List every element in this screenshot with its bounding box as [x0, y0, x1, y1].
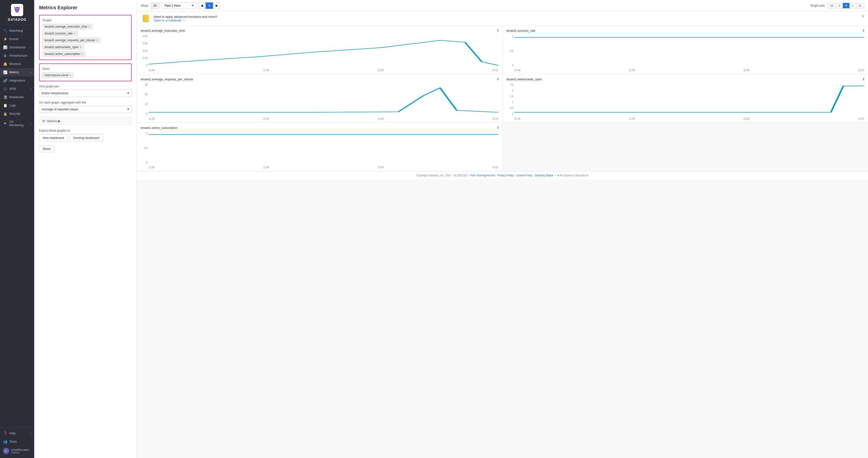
apm-icon: ⬡: [3, 87, 7, 91]
sidebar-item-team[interactable]: 👥 Team: [0, 437, 34, 446]
svg-point-3: [18, 8, 19, 9]
chart-export-icon[interactable]: ⬆: [862, 77, 865, 81]
chart-export-icon[interactable]: ⬆: [497, 77, 499, 81]
chart-avg-exec-time: tenant1.average_execution_time ⬆ 0.08 0.…: [137, 26, 502, 74]
new-dashboard-button[interactable]: New dashboard: [39, 134, 68, 141]
sidebar-item-integrations[interactable]: 🔗 Integrations: [0, 76, 34, 85]
sidebar-item-monitors[interactable]: 🔔 Monitors: [0, 60, 34, 68]
chart-plot: [514, 84, 864, 115]
logo-text: DATADOG: [8, 18, 26, 22]
chart-y-labels: 1 0.5 0: [506, 35, 514, 67]
chart-websockets-open: tenant1.websockets_open ⬆ 2.5 2 1.5 1 0.…: [503, 74, 868, 123]
sidebar-item-metrics[interactable]: 📈 Metrics ›: [0, 68, 34, 76]
tag-remove-icon[interactable]: ✕: [69, 74, 71, 77]
tag-remove-icon[interactable]: ✕: [81, 53, 83, 56]
tag-remove-icon[interactable]: ✕: [96, 39, 98, 42]
tag-avg-req-per-min[interactable]: tenant1.average_requests_per_minute ✕: [42, 38, 100, 43]
events-icon: ⚡: [3, 37, 7, 41]
free-trial-link[interactable]: Free-Trial Agreement: [470, 174, 495, 177]
status-text: All Systems Operational: [560, 174, 588, 177]
page-title: Metrics Explorer: [39, 5, 132, 10]
banner-close-button[interactable]: ✕: [861, 14, 865, 19]
tag-success-rate[interactable]: tenant1.success_rate ✕: [42, 31, 78, 36]
size-xs-button[interactable]: XS: [828, 3, 836, 8]
dashboards-icon: 📊: [3, 45, 7, 49]
chart-plot: [149, 132, 498, 164]
tag-remove-icon[interactable]: ✕: [73, 32, 76, 35]
copyright-text: Copyright Datadog, Inc. 2021 · 35.382232…: [416, 174, 469, 177]
tag-label: host:hasura-cloud: [45, 73, 68, 77]
footer: Copyright Datadog, Inc. 2021 · 35.382232…: [137, 171, 868, 179]
status-dot: ●: [558, 174, 559, 177]
sidebar-item-label: Monitors: [9, 62, 21, 66]
datadog-status-link[interactable]: Datadog Status →: [535, 174, 557, 177]
show-label: Show: [141, 4, 148, 7]
tag-websockets-open[interactable]: tenant1.websockets_open ✕: [42, 44, 84, 50]
sidebar-item-apm[interactable]: ⬡ APM ›: [0, 85, 34, 93]
tag-active-subscription[interactable]: tenant1.active_subscription ✕: [42, 51, 86, 57]
tag-label: tenant1.average_requests_per_minute: [45, 39, 95, 42]
cookie-policy-link[interactable]: Cookie Policy: [516, 174, 533, 177]
size-l-button[interactable]: L: [850, 3, 856, 8]
sidebar-item-help[interactable]: ❓ Help ›: [0, 429, 34, 437]
right-panel: Show 1h Past 1 Hour Past 4 Hours Past 1 …: [137, 0, 868, 458]
sidebar: DATADOG 🐾 Watchdog ⚡ Events 📊 Dashboards…: [0, 0, 34, 458]
time-shortcut-button[interactable]: 1h: [151, 2, 159, 9]
chart-avg-req-per-min: tenant1.average_requests_per_minute ⬆ 30…: [137, 74, 502, 123]
sidebar-item-watchdog[interactable]: 🐾 Watchdog: [0, 27, 34, 35]
sidebar-item-events[interactable]: ⚡ Events: [0, 35, 34, 43]
chevron-icon: ›: [31, 46, 31, 49]
existing-dashboard-button[interactable]: Existing dashboard: [70, 134, 103, 141]
sidebar-item-security[interactable]: 🔒 Security: [0, 110, 34, 118]
ux-monitoring-icon: 👁: [3, 122, 7, 126]
notebook-text: Want to apply advanced functions and mor…: [154, 15, 217, 19]
graph-section-box: Graph: tenant1.average_execution_time ✕ …: [39, 15, 132, 60]
tag-avg-exec-time[interactable]: tenant1.average_execution_time ✕: [42, 24, 93, 29]
time-range-select[interactable]: Past 1 Hour Past 4 Hours Past 1 Day: [162, 2, 196, 9]
sidebar-user: S shraddha.agra... Hasura: [0, 446, 34, 456]
nav-prev-button[interactable]: ◀: [198, 2, 205, 9]
over-tags: host:hasura-cloud ✕: [42, 72, 128, 78]
notebook-icon: 📒: [142, 14, 150, 23]
chart-export-icon[interactable]: ⬆: [497, 126, 499, 130]
sidebar-item-label: APM: [9, 87, 16, 91]
logs-icon: 📋: [3, 103, 7, 107]
open-notebook-link[interactable]: Open in a notebook →: [154, 19, 185, 22]
user-name: shraddha.agra...: [11, 448, 31, 451]
size-m-button[interactable]: M: [843, 3, 849, 8]
size-s-button[interactable]: S: [836, 3, 842, 8]
options-row[interactable]: ⚙ Options ▶: [39, 117, 132, 125]
nav-next-button[interactable]: ▶: [213, 2, 220, 9]
chart-plot: [149, 84, 498, 115]
tag-label: tenant1.average_execution_time: [45, 25, 87, 28]
chart-title: tenant1.average_execution_time: [141, 29, 498, 32]
sidebar-item-label: Infrastructure: [9, 54, 27, 57]
sidebar-item-notebooks[interactable]: 📓 Notebooks: [0, 93, 34, 101]
aggregate-group: On each graph, aggregate with the Averag…: [39, 101, 132, 113]
tag-remove-icon[interactable]: ✕: [80, 46, 82, 49]
reset-button[interactable]: Reset: [39, 145, 55, 152]
logo-icon: [11, 4, 23, 16]
tag-remove-icon[interactable]: ✕: [88, 25, 90, 28]
sidebar-item-ux-monitoring[interactable]: 👁 UX Monitoring ›: [0, 118, 34, 129]
chart-area: 0.08 0.06 0.04 0.02 0 11:30: [141, 35, 498, 71]
sidebar-item-infrastructure[interactable]: 🖥 Infrastructure: [0, 52, 34, 60]
size-xl-button[interactable]: XL: [857, 3, 864, 8]
chart-export-icon[interactable]: ⬆: [497, 29, 499, 32]
notebook-banner: 📒 Want to apply advanced functions and m…: [137, 11, 868, 26]
chart-area: 30 20 10 0 11:30 11:45: [141, 84, 498, 120]
sidebar-item-logs[interactable]: 📋 Logs: [0, 101, 34, 110]
sidebar-item-dashboards[interactable]: 📊 Dashboards ›: [0, 43, 34, 52]
top-bar: Show 1h Past 1 Hour Past 4 Hours Past 1 …: [137, 0, 868, 11]
privacy-policy-link[interactable]: Privacy Policy: [497, 174, 514, 177]
graph-label: Graph:: [42, 18, 128, 22]
nav-pause-button[interactable]: ⏸: [206, 2, 213, 9]
chart-export-icon[interactable]: ⬆: [862, 29, 865, 32]
tag-host[interactable]: host:hasura-cloud ✕: [42, 72, 73, 78]
chevron-icon: ›: [31, 432, 31, 435]
notebooks-icon: 📓: [3, 95, 7, 99]
chart-x-labels: 11:30 11:45 12:00 12:15: [514, 69, 864, 71]
aggregate-select[interactable]: Average of reported values Sum Min Max: [39, 106, 132, 113]
avatar: S: [3, 448, 9, 454]
one-graph-per-select[interactable]: Entire infrastructure Host Service: [39, 90, 132, 97]
